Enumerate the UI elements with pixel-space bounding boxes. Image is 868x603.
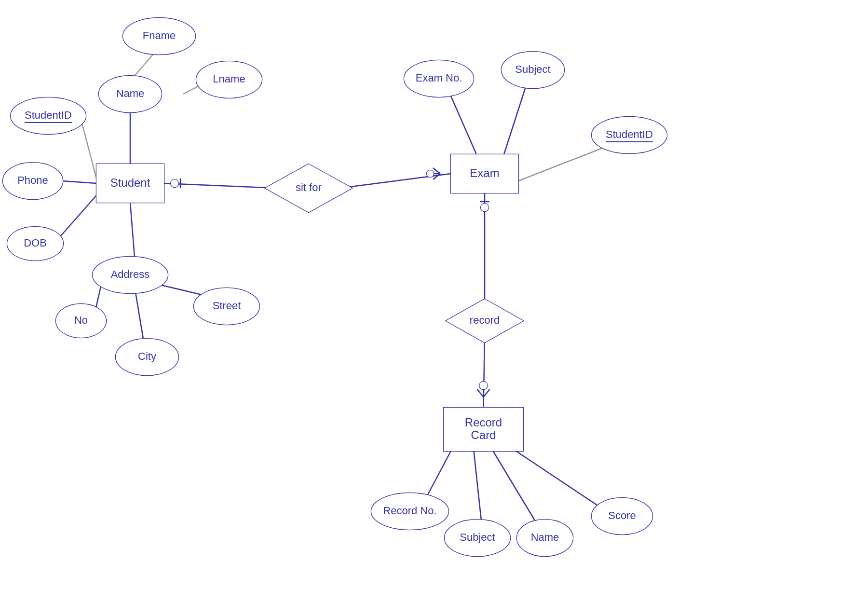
er-diagram (0, 0, 868, 603)
